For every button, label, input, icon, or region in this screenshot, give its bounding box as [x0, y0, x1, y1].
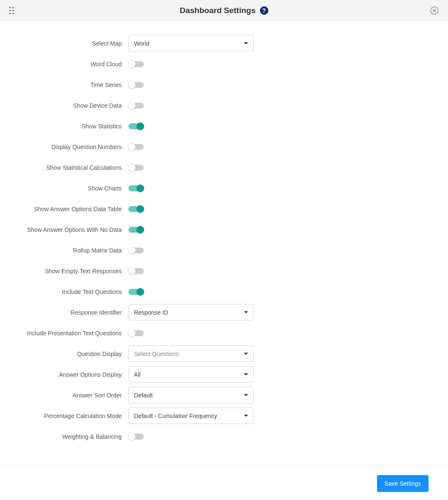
toggle-switch[interactable]: [128, 227, 144, 233]
select-dropdown[interactable]: World: [128, 35, 254, 52]
select-value: World: [134, 40, 149, 47]
toggle-switch[interactable]: [128, 165, 144, 171]
toggle-knob: [128, 143, 136, 151]
field-label: Show Answer Options With No Data: [0, 226, 128, 233]
form-row: Include Text Questions: [0, 281, 448, 302]
toggle-switch[interactable]: [128, 185, 144, 191]
toggle-switch[interactable]: [128, 61, 144, 67]
form-row: Time Series: [0, 74, 448, 95]
field-control: [128, 165, 254, 171]
form-row: Include Presentation Text Questions: [0, 323, 448, 343]
form-row: Percentage Calculation ModeDefault - Cum…: [0, 405, 448, 426]
field-control: [128, 268, 254, 274]
field-control: Select Questions: [128, 345, 254, 362]
form-row: Select MapWorld: [0, 33, 448, 54]
toggle-switch[interactable]: [128, 330, 144, 336]
field-control: [128, 185, 254, 191]
field-label: Show Charts: [0, 185, 128, 192]
select-dropdown[interactable]: All: [128, 366, 254, 383]
field-label: Rollup Matrix Data: [0, 247, 128, 254]
field-label: Word Cloud: [0, 61, 128, 68]
toggle-switch[interactable]: [128, 123, 144, 129]
select-value: All: [134, 371, 141, 378]
toggle-knob: [137, 205, 144, 213]
form-row: Display Question Numbers: [0, 136, 448, 157]
form-row: Rollup Matrix Data: [0, 240, 448, 261]
grip-icon[interactable]: [9, 7, 14, 14]
select-value: Select Questions: [134, 351, 179, 357]
form-row: Answer Sort OrderDefault: [0, 385, 448, 405]
field-control: [128, 103, 254, 109]
form-row: Answer Options DisplayAll: [0, 364, 448, 385]
save-button[interactable]: Save Settings: [377, 475, 429, 492]
footer: Save Settings: [0, 466, 448, 500]
toggle-knob: [128, 247, 136, 254]
form-row: Word Cloud: [0, 54, 448, 74]
field-control: Default - Cumulative Frequency: [128, 408, 254, 424]
form-row: Show Answer Options Data Table: [0, 198, 448, 219]
toggle-knob: [137, 226, 144, 234]
field-label: Include Presentation Text Questions: [0, 330, 128, 337]
title-text: Dashboard Settings: [180, 6, 255, 15]
select-value: Response ID: [134, 309, 168, 316]
toggle-knob: [137, 122, 144, 130]
form-row: Show Empty Text Responses: [0, 261, 448, 281]
field-label: Time Series: [0, 82, 128, 88]
form-row: Show Statistics: [0, 116, 448, 136]
field-control: [128, 289, 254, 295]
form-row: Show Statistical Calculations: [0, 157, 448, 178]
field-control: All: [128, 366, 254, 383]
field-label: Select Map: [0, 40, 128, 47]
select-value: Default - Cumulative Frequency: [134, 413, 217, 419]
select-dropdown[interactable]: Response ID: [128, 304, 254, 321]
toggle-knob: [128, 433, 136, 440]
toggle-knob: [137, 185, 144, 192]
toggle-switch[interactable]: [128, 82, 144, 88]
field-label: Display Question Numbers: [0, 144, 128, 150]
toggle-knob: [128, 81, 136, 89]
form-row: Show Device Data: [0, 95, 448, 116]
field-label: Percentage Calculation Mode: [0, 413, 128, 419]
toggle-knob: [128, 267, 136, 275]
help-icon[interactable]: ?: [260, 6, 268, 15]
toggle-switch[interactable]: [128, 434, 144, 440]
toggle-knob: [128, 60, 136, 68]
field-control: Response ID: [128, 304, 254, 321]
field-control: [128, 247, 254, 253]
toggle-switch[interactable]: [128, 206, 144, 212]
field-label: Answer Options Display: [0, 371, 128, 378]
chevron-down-icon: [244, 311, 248, 313]
close-icon[interactable]: [430, 6, 439, 15]
field-label: Show Answer Options Data Table: [0, 206, 128, 212]
chevron-down-icon: [244, 415, 248, 417]
toggle-knob: [128, 102, 136, 109]
field-control: [128, 144, 254, 150]
chevron-down-icon: [244, 373, 248, 375]
field-control: World: [128, 35, 254, 52]
field-control: [128, 61, 254, 67]
chevron-down-icon: [244, 42, 248, 44]
toggle-knob: [137, 288, 144, 296]
settings-form: Select MapWorldWord CloudTime SeriesShow…: [0, 21, 448, 457]
select-dropdown[interactable]: Select Questions: [128, 345, 254, 362]
select-dropdown[interactable]: Default - Cumulative Frequency: [128, 408, 254, 424]
select-dropdown[interactable]: Default: [128, 387, 254, 403]
form-row: Weighting & Balancing: [0, 426, 448, 447]
field-control: [128, 206, 254, 212]
toggle-switch[interactable]: [128, 144, 144, 150]
toggle-switch[interactable]: [128, 103, 144, 109]
field-control: [128, 434, 254, 440]
field-label: Weighting & Balancing: [0, 433, 128, 440]
toggle-knob: [128, 164, 136, 171]
form-row: Response IdentifierResponse ID: [0, 302, 448, 323]
chevron-down-icon: [244, 394, 248, 396]
chevron-down-icon: [244, 353, 248, 355]
field-control: [128, 123, 254, 129]
toggle-switch[interactable]: [128, 289, 144, 295]
header: Dashboard Settings ?: [0, 0, 448, 21]
form-row: Question DisplaySelect Questions: [0, 343, 448, 364]
field-control: [128, 330, 254, 336]
toggle-switch[interactable]: [128, 268, 144, 274]
field-label: Question Display: [0, 351, 128, 357]
toggle-switch[interactable]: [128, 247, 144, 253]
